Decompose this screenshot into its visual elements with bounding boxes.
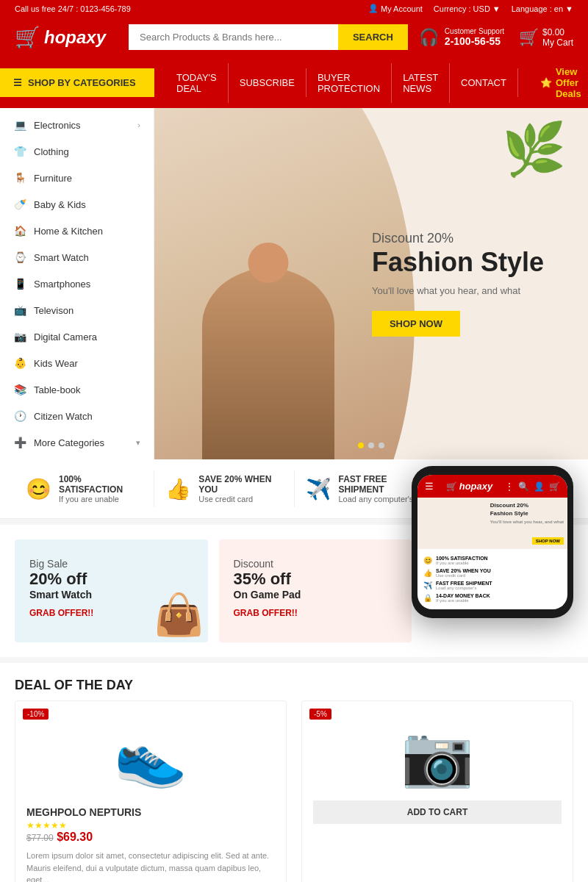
star-icon: ⭐ bbox=[540, 77, 552, 88]
category-furniture[interactable]: 🪑 Furniture bbox=[0, 165, 154, 191]
watch-icon: ⌚ bbox=[13, 251, 26, 264]
dot-1[interactable] bbox=[358, 442, 364, 448]
search-input[interactable] bbox=[129, 24, 338, 50]
promo-1-image: 👜 bbox=[154, 591, 204, 639]
hero-banner: 🌿 Discount 20% Fashion Style You'll love… bbox=[154, 108, 588, 459]
more-icon: ➕ bbox=[13, 436, 26, 449]
search-button[interactable]: SEARCH bbox=[338, 24, 408, 50]
category-home-kitchen[interactable]: 🏠 Home & Kitchen bbox=[0, 218, 154, 244]
phone-hero-banner: Discount 20%Fashion Style You'll love wh… bbox=[417, 498, 567, 549]
phone-cart-icon: 🛒 bbox=[446, 481, 457, 492]
dropdown-menu: 💻 Electronics › 👕 Clothing 🪑 Furniture 🍼… bbox=[0, 108, 154, 459]
phone-user-icon: 👤 bbox=[534, 481, 545, 492]
add-cart-button-2[interactable]: ADD TO CART bbox=[313, 800, 562, 824]
feature-sub-1: If you are unable bbox=[59, 495, 143, 503]
nav-todays-deal[interactable]: TODAY'S DEAL bbox=[165, 63, 229, 103]
phone-header-icons: ⋮ 🔍 👤 🛒 bbox=[505, 481, 560, 492]
nav-buyer-protection[interactable]: BUYER PROTECTION bbox=[306, 63, 392, 103]
category-clothing[interactable]: 👕 Clothing bbox=[0, 138, 154, 165]
nav-links: TODAY'S DEAL SUBSCRIBE BUYER PROTECTION … bbox=[154, 63, 529, 103]
phone-save-icon: 👍 bbox=[423, 569, 432, 577]
logo[interactable]: 🛒 hopaxy bbox=[15, 25, 118, 49]
feature-title-3: FAST FREE SHIPMENT bbox=[339, 474, 423, 495]
deal-name-1: MEGHPOLO NEPTURIS bbox=[26, 806, 275, 818]
hero-person-image bbox=[184, 261, 353, 459]
top-bar-phone: Call us free 24/7 : 0123-456-789 bbox=[15, 4, 131, 13]
leaf-decoration: 🌿 bbox=[502, 119, 566, 179]
phone-search-icon: 🔍 bbox=[518, 481, 529, 492]
cart-label: My Cart bbox=[542, 37, 573, 48]
category-electronics[interactable]: 💻 Electronics › bbox=[0, 112, 154, 138]
category-smart-watch[interactable]: ⌚ Smart Watch bbox=[0, 244, 154, 270]
user-icon: 👤 bbox=[368, 4, 379, 13]
phone-mockup: ☰ 🛒 hopaxy ⋮ 🔍 👤 🛒 bbox=[412, 466, 573, 618]
hamburger-icon: ☰ bbox=[13, 77, 22, 88]
category-television[interactable]: 📺 Televison bbox=[0, 297, 154, 323]
phone-satisfaction-icon: 😊 bbox=[423, 556, 432, 564]
language-selector[interactable]: Language : en ▼ bbox=[512, 4, 573, 13]
cart-icon: 🛒 bbox=[519, 28, 539, 47]
category-more[interactable]: ➕ More Categories ▾ bbox=[0, 429, 154, 456]
category-digital-camera[interactable]: 📷 Digital Camera bbox=[0, 323, 154, 350]
logo-text: hopaxy bbox=[44, 27, 106, 48]
camera360-icon: 📷 bbox=[401, 722, 474, 791]
my-account-link[interactable]: 👤 My Account bbox=[368, 4, 423, 13]
promo-1-highlight: 20% off bbox=[29, 570, 193, 589]
header: 🛒 hopaxy SEARCH 🎧 Customer Support 2-100… bbox=[0, 17, 588, 57]
search-bar: SEARCH bbox=[129, 24, 408, 50]
phone-shop-btn: SHOP NOW bbox=[532, 532, 564, 545]
cart-info[interactable]: 🛒 $0.00 My Cart bbox=[519, 27, 573, 48]
promo-2-grab[interactable]: GRAB OFFER!! bbox=[234, 608, 398, 618]
promo-2-label2: On Game Pad bbox=[234, 589, 398, 600]
category-table-book[interactable]: 📚 Table-book bbox=[0, 376, 154, 403]
logo-icon: 🛒 bbox=[15, 25, 40, 49]
phone-features: 😊 100% SATISFACTION If you are unable 👍 … bbox=[417, 549, 567, 609]
deal-image-1: 👟 bbox=[26, 712, 275, 800]
offer-deals-link[interactable]: ⭐ View Offer Deals bbox=[529, 57, 588, 108]
nav-latest-news[interactable]: LATEST NEWS bbox=[392, 63, 450, 103]
shop-now-button[interactable]: SHOP NOW bbox=[372, 311, 460, 337]
dot-3[interactable] bbox=[379, 442, 384, 448]
phone-mockup-container: ☰ 🛒 hopaxy ⋮ 🔍 👤 🛒 bbox=[412, 466, 573, 618]
feature-sub-3: Load any computer's bbox=[339, 495, 423, 503]
shop-categories-button[interactable]: ☰ SHOP BY CATEGORIES bbox=[0, 68, 154, 97]
support-label: Customer Support bbox=[445, 27, 504, 35]
promo-1-label1: Big Sale bbox=[29, 558, 193, 570]
promo-smartwatch: Big Sale 20% off Smart Watch GRAB OFFER!… bbox=[15, 539, 208, 642]
deal-section-title: DEAL OF THE DAY bbox=[0, 663, 588, 700]
category-citizen-watch[interactable]: 🕐 Citizen Watch bbox=[0, 403, 154, 429]
kidswear-icon: 👶 bbox=[13, 356, 26, 370]
nav-contact[interactable]: CONTACT bbox=[450, 68, 518, 97]
deal-badge-1: -10% bbox=[23, 709, 49, 720]
citizen-watch-icon: 🕐 bbox=[13, 409, 26, 423]
feature-save: 👍 SAVE 20% WHEN YOU Use credit card bbox=[154, 470, 294, 507]
phone-dots-icon: ⋮ bbox=[505, 481, 514, 492]
arrow-icon: › bbox=[137, 121, 140, 129]
nav-subscribe[interactable]: SUBSCRIBE bbox=[229, 68, 306, 97]
chevron-down-icon: ▾ bbox=[136, 438, 140, 448]
dot-2[interactable] bbox=[368, 442, 374, 448]
category-kids-wear[interactable]: 👶 Kids Wear bbox=[0, 350, 154, 376]
feature-title-2: SAVE 20% WHEN YOU bbox=[198, 474, 282, 495]
category-baby-kids[interactable]: 🍼 Baby & Kids bbox=[0, 191, 154, 218]
deal-card-2: -5% 📷 ADD TO CART bbox=[301, 700, 573, 882]
promo-gamepad: Discount 35% off On Game Pad GRAB OFFER!… bbox=[219, 539, 412, 642]
tv-icon: 📺 bbox=[13, 304, 26, 317]
electronics-icon: 💻 bbox=[13, 118, 26, 132]
category-smartphones[interactable]: 📱 Smartphones bbox=[0, 270, 154, 297]
deal-price-old-1: $77.00 bbox=[26, 833, 54, 843]
deal-of-day-section: DEAL OF THE DAY -10% 👟 MEGHPOLO NEPTURIS… bbox=[0, 663, 588, 882]
phone-feature-2: 👍 SAVE 20% WHEN YOU Use credit card bbox=[423, 568, 562, 578]
save-icon: 👍 bbox=[165, 477, 191, 501]
content-area: 💻 Electronics › 👕 Clothing 🪑 Furniture 🍼… bbox=[0, 108, 588, 459]
top-bar-right: 👤 My Account Currency : USD ▼ Language :… bbox=[368, 4, 573, 13]
phone-feature-3: ✈️ FAST FREE SHIPMENT Load any computer'… bbox=[423, 581, 562, 590]
currency-selector[interactable]: Currency : USD ▼ bbox=[434, 4, 501, 13]
home-icon: 🏠 bbox=[13, 224, 26, 237]
phone-ship-icon: ✈️ bbox=[423, 581, 432, 589]
deal-image-2: 📷 bbox=[313, 712, 562, 800]
phone-screen: ☰ 🛒 hopaxy ⋮ 🔍 👤 🛒 bbox=[417, 475, 567, 609]
top-bar: Call us free 24/7 : 0123-456-789 👤 My Ac… bbox=[0, 0, 588, 17]
feature-title-1: 100% SATISFACTION bbox=[59, 474, 143, 495]
satisfaction-icon: 😊 bbox=[26, 477, 51, 501]
